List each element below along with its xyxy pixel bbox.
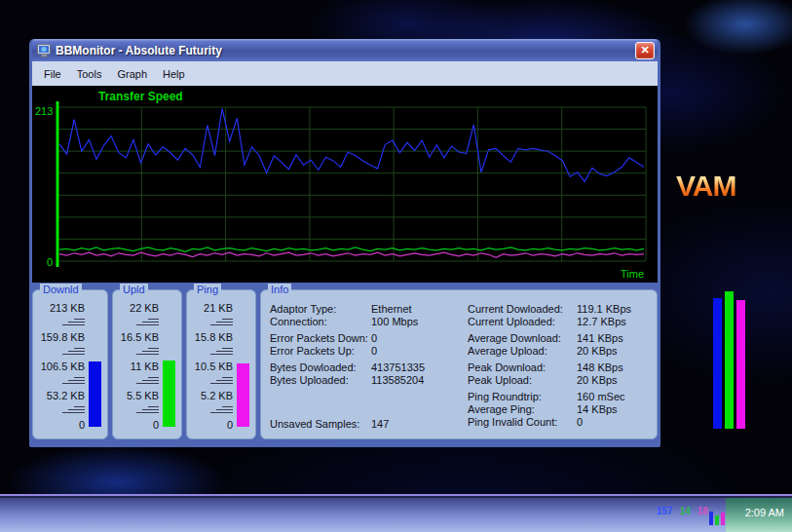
tray-counter: 14 (680, 506, 691, 516)
close-button[interactable]: ✕ (635, 42, 655, 59)
info-row-value: 20 KBps (577, 345, 618, 357)
gauge-scale-label: 213 KB (50, 302, 85, 314)
svg-text:213: 213 (35, 105, 53, 117)
gauge-scale-label: 159.8 KB (41, 331, 85, 343)
info-row-label: Unsaved Samples: (270, 418, 371, 431)
desktop-meter-bar (713, 298, 722, 429)
window-title: BBMonitor - Absolute Futurity (56, 44, 635, 57)
gauge-tick-marks (210, 404, 233, 413)
gauge-scale-label: 22 KB (130, 302, 159, 314)
gauge-bar-track (89, 312, 101, 427)
info-row-label: Ping Invalid Count: (468, 416, 577, 429)
info-row-value: 20 KBps (577, 374, 618, 386)
info-row: Bytes Uploaded:113585204 (270, 374, 425, 387)
info-row-label: Peak Download: (468, 361, 577, 374)
menu-help[interactable]: Help (155, 65, 193, 83)
svg-text:Time: Time (621, 268, 644, 280)
info-row-label: Connection: (270, 316, 371, 328)
taskbar[interactable]: 1571418 2:09 AM (0, 494, 792, 532)
menu-tools[interactable]: Tools (69, 65, 110, 83)
info-row-value: 0 (577, 416, 583, 428)
info-row: Peak Upload:20 KBps (468, 374, 631, 387)
info-row-value: 147 (371, 418, 389, 430)
info-row-value: 141 KBps (577, 332, 623, 344)
gauge-upld: Upld22 KB16.5 KB11 KB5.5 KB0 (112, 289, 182, 439)
gauge-title: Upld (120, 284, 148, 295)
info-row-label: Peak Upload: (468, 374, 577, 387)
desktop: VAM BBMonitor - Absolute Futurity ✕ File… (0, 0, 792, 532)
gauge-scale-label: 16.5 KB (121, 331, 159, 343)
info-row-value: 0 (371, 332, 377, 344)
info-row-label: Bytes Uploaded: (270, 374, 371, 387)
info-row-value: 12.7 KBps (577, 316, 626, 327)
info-row: Connection:100 Mbps (270, 316, 425, 328)
gauge-title: Ping (194, 284, 221, 295)
gauge-bar-track (163, 312, 175, 427)
info-row: Average Upload:20 KBps (468, 345, 631, 358)
gauge-scale-label: 0 (227, 419, 233, 431)
gauge-downld: Downld213 KB159.8 KB106.5 KB53.2 KB0 (32, 289, 108, 439)
info-row-value: 413751335 (371, 361, 425, 373)
info-panel-title: Info (268, 284, 291, 295)
info-row-value: 0 (371, 345, 377, 357)
bbmonitor-window: BBMonitor - Absolute Futurity ✕ FileTool… (29, 39, 660, 447)
gauge-scale: 21 KB15.8 KB10.5 KB5.2 KB0 (189, 302, 233, 431)
app-icon (37, 44, 52, 57)
tray-meter-bar (715, 515, 719, 525)
info-row: Current Dowloaded:119.1 KBps (468, 303, 631, 316)
svg-text:0: 0 (47, 256, 53, 268)
desktop-meter-bar (736, 300, 745, 429)
gauge-tick-marks (210, 317, 233, 325)
close-icon: ✕ (640, 44, 649, 57)
tray-counter: 157 (657, 506, 673, 516)
info-row-value: 113585204 (371, 374, 424, 386)
info-row-value: 148 KBps (577, 361, 623, 373)
stats-row: Downld213 KB159.8 KB106.5 KB53.2 KB0Upld… (32, 289, 658, 439)
gauge-tick-marks (62, 404, 85, 413)
info-row-value: 160 mSec (577, 391, 625, 402)
gauge-scale-label: 5.5 KB (127, 390, 159, 401)
info-row-label: Error Packets Down: (270, 332, 371, 345)
info-row-label: Average Ping: (468, 403, 577, 416)
gauge-scale-label: 11 KB (131, 361, 159, 372)
title-bar[interactable]: BBMonitor - Absolute Futurity ✕ (32, 39, 658, 61)
info-left-column: Adaptor Type:EthernetConnection:100 Mbps… (270, 303, 425, 387)
svg-text:Transfer Speed: Transfer Speed (98, 90, 183, 103)
gauge-bar-track (237, 312, 249, 427)
gauge-tick-marks (210, 346, 233, 355)
gauge-scale-label: 10.5 KB (195, 361, 233, 372)
desktop-logo: VAM (676, 170, 735, 203)
info-row-label: Current Uploaded: (468, 316, 577, 328)
tray-meter-bar (721, 513, 725, 525)
info-right-column: Current Dowloaded:119.1 KBpsCurrent Uplo… (468, 303, 631, 429)
desktop-meter-bar (725, 291, 734, 429)
info-row: Bytes Dowloaded:413751335 (270, 361, 425, 374)
menu-file[interactable]: File (36, 65, 69, 83)
info-row: Ping Roundtrip:160 mSec (468, 391, 631, 403)
info-row: Error Packets Down:0 (270, 332, 425, 345)
gauge-bar (163, 361, 175, 427)
menu-graph[interactable]: Graph (109, 65, 155, 83)
gauge-scale-label: 0 (79, 419, 85, 431)
info-row-label: Bytes Dowloaded: (270, 361, 371, 374)
info-row-label: Average Upload: (468, 345, 577, 358)
gauge-tick-marks (136, 404, 159, 413)
gauge-scale-label: 53.2 KB (47, 390, 85, 401)
info-row-label: Ping Roundtrip: (468, 391, 577, 403)
taskbar-body[interactable]: 1571418 2:09 AM (0, 498, 792, 532)
tray-counters[interactable]: 1571418 (657, 506, 708, 516)
gauge-scale-label: 106.5 KB (41, 361, 85, 372)
gauge-tick-marks (136, 375, 159, 384)
gauge-ping: Ping21 KB15.8 KB10.5 KB5.2 KB0 (186, 289, 256, 439)
info-row: Average Download:141 KBps (468, 332, 631, 345)
transfer-speed-graph: 2130TimeTransfer Speed (32, 86, 658, 283)
info-row-label: Error Packets Up: (270, 345, 371, 358)
gauge-tick-marks (210, 375, 233, 384)
tray-meter-icon[interactable] (709, 512, 725, 525)
gauge-tick-marks (62, 375, 85, 384)
gauge-scale-label: 15.8 KB (195, 331, 233, 343)
tray-meter-bar (709, 512, 713, 525)
info-row: Current Uploaded:12.7 KBps (468, 316, 631, 328)
gauge-bar (89, 361, 101, 427)
gauge-tick-marks (136, 346, 159, 355)
